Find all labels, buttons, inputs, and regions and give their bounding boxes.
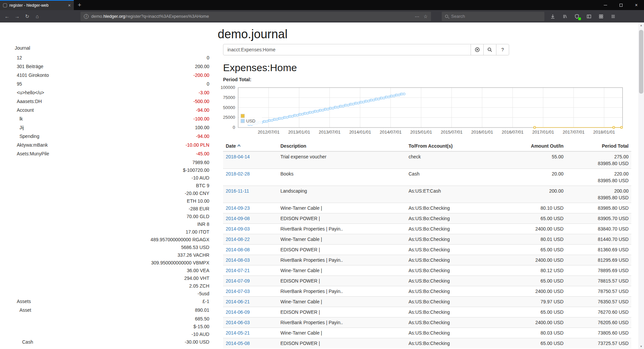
sidebar-account-row[interactable]: -117.00 xyxy=(15,346,209,349)
account-name[interactable]: Asset xyxy=(15,306,195,314)
window-close-button[interactable]: × xyxy=(629,0,644,10)
url-bar[interactable]: i demo.hledger.org/register?q=inacct%3AE… xyxy=(80,12,431,21)
transaction-date-link[interactable]: 2014-09-23 xyxy=(226,205,250,211)
transaction-date-link[interactable]: 2014-06-03 xyxy=(226,320,250,325)
bookmark-star-icon[interactable]: ☆ xyxy=(423,14,428,19)
page-actions-icon[interactable]: ⋯ xyxy=(415,14,419,19)
submit-search-button[interactable] xyxy=(483,44,496,55)
sidebar-account-row[interactable]: Assets 7989.60$-100720.00-10 AUDBTC 9-20… xyxy=(15,158,209,306)
account-balance: -3.00 xyxy=(199,89,209,97)
scroll-up-icon[interactable]: ▲ xyxy=(638,22,644,28)
sidebar-account-row[interactable]: Asset 890.01 xyxy=(15,306,209,314)
page-scrollbar[interactable]: ▲ ▼ xyxy=(638,22,644,349)
transaction-date-link[interactable]: 2014-09-08 xyxy=(226,216,250,221)
account-name[interactable]: Cash xyxy=(15,338,185,346)
sidebar-account-row[interactable]: Jij 100.00 xyxy=(15,123,209,132)
window-maximize-button[interactable] xyxy=(613,0,629,10)
sidebar-account-row[interactable]: 12 0 xyxy=(15,53,209,62)
sidebar-account-row[interactable]: Aaasets:DH -500.00 xyxy=(15,97,209,106)
window-minimize-button[interactable] xyxy=(598,0,613,10)
forward-button[interactable]: → xyxy=(12,12,22,21)
sidebar-account-row[interactable]: 95 0 xyxy=(15,80,209,88)
account-name[interactable]: Assets xyxy=(15,298,151,305)
sidebar-account-row[interactable]: <u>hello</u> -3.00 xyxy=(15,88,209,97)
transaction-description: EDISON POWER | xyxy=(278,213,406,224)
sidebar-account-row[interactable]: Account -94.00 xyxy=(15,106,209,114)
transaction-date-link[interactable]: 2018-04-14 xyxy=(226,154,250,159)
account-name[interactable]: 12 xyxy=(15,54,207,62)
account-name[interactable]: Account xyxy=(15,106,196,114)
sidebar-account-row[interactable]: Cash 685.50$-15.00-10 AUD-30.00 USD xyxy=(15,314,209,346)
col-period-total[interactable]: Period Total xyxy=(566,141,631,151)
svg-text:100000: 100000 xyxy=(221,86,235,90)
table-header-row: Date Description To/From Account(s) Amou… xyxy=(223,141,631,151)
account-name[interactable]: Aaasets:DH xyxy=(15,98,194,105)
browser-tab[interactable]: register - hledger-web × xyxy=(0,0,74,10)
clear-query-button[interactable] xyxy=(471,44,484,55)
sidebar-journal-link[interactable]: Journal xyxy=(15,45,209,51)
account-name[interactable]: lk xyxy=(15,115,194,123)
reload-button[interactable]: ↻ xyxy=(22,12,32,21)
scroll-down-icon[interactable]: ▼ xyxy=(638,344,644,349)
menu-button[interactable] xyxy=(608,12,618,21)
transaction-amount: 80.10 USD xyxy=(490,203,566,213)
account-balance: 100.00 xyxy=(195,124,209,132)
transaction-account: As:US:Bo:Checking xyxy=(406,255,490,265)
transaction-description: Wine-Tarner Cable | xyxy=(278,234,406,245)
account-name[interactable]: 4101 Girokonto xyxy=(15,71,194,79)
account-name[interactable]: Asets:MunyPile xyxy=(15,150,196,158)
account-name[interactable]: Jij xyxy=(15,124,195,132)
scrollbar-thumb[interactable] xyxy=(639,30,643,94)
transaction-date-link[interactable]: 2014-06-09 xyxy=(226,309,250,315)
browser-search-bar[interactable]: Search xyxy=(442,12,544,21)
download-icon xyxy=(550,14,555,19)
col-description[interactable]: Description xyxy=(278,141,406,151)
tab-close-icon[interactable]: × xyxy=(68,3,71,8)
col-date[interactable]: Date xyxy=(223,141,278,151)
sidebar-account-row[interactable]: 301 Beiträge 200.00 xyxy=(15,62,209,71)
new-tab-button[interactable]: + xyxy=(74,0,85,10)
transaction-date-link[interactable]: 2016-11-11 xyxy=(226,188,249,194)
account-name[interactable]: Aktywa:mBank xyxy=(15,141,185,149)
url-text: demo.hledger.org/register?q=inacct%3AExp… xyxy=(91,14,411,19)
transaction-date-link[interactable]: 2014-08-22 xyxy=(226,237,250,242)
register-row: 2014-05-08 EDISON POWER | As:US:Bo:Check… xyxy=(223,338,631,349)
query-input[interactable] xyxy=(223,44,471,55)
col-amount[interactable]: Amount Out/In xyxy=(490,141,566,151)
tab-title: register - hledger-web xyxy=(9,3,66,8)
apps-button[interactable] xyxy=(596,12,606,21)
account-name[interactable]: 95 xyxy=(15,80,207,88)
sidebar-account-row[interactable]: lk -100.00 xyxy=(15,114,209,123)
transaction-date-link[interactable]: 2014-07-21 xyxy=(226,268,250,273)
back-button[interactable]: ← xyxy=(2,12,12,21)
account-name[interactable]: 301 Beiträge xyxy=(15,63,195,70)
transaction-date-link[interactable]: 2014-05-21 xyxy=(226,330,250,336)
transaction-date-link[interactable]: 2014-08-03 xyxy=(226,257,250,263)
site-info-icon[interactable]: i xyxy=(84,14,89,19)
help-button[interactable]: ? xyxy=(496,44,509,55)
extension-button[interactable] xyxy=(572,12,582,21)
home-button[interactable]: ⌂ xyxy=(32,12,42,21)
transaction-description: RiverBank Properties | Payin.. xyxy=(278,255,406,265)
transaction-date-link[interactable]: 2014-09-03 xyxy=(226,226,250,232)
transaction-date-cell: 2014-07-09 xyxy=(223,276,278,286)
download-button[interactable] xyxy=(548,12,558,21)
transaction-date-link[interactable]: 2014-08-08 xyxy=(226,247,250,252)
svg-text:2012/07/01: 2012/07/01 xyxy=(258,130,279,135)
account-name[interactable]: <u>hello</u> xyxy=(15,89,199,97)
transaction-date-link[interactable]: 2014-07-09 xyxy=(226,278,250,284)
transaction-date-link[interactable]: 2014-05-08 xyxy=(226,341,250,346)
transaction-date-link[interactable]: 2014-07-03 xyxy=(226,289,250,294)
sidebar-account-row[interactable]: Asets:MunyPile -45.00 xyxy=(15,149,209,158)
transaction-date-link[interactable]: 2014-06-21 xyxy=(226,299,250,304)
transaction-date-link[interactable]: 2018-02-28 xyxy=(226,171,250,177)
transaction-date-cell: 2014-09-08 xyxy=(223,213,278,224)
sidebar-account-row[interactable]: Aktywa:mBank -10.00 PLN xyxy=(15,141,209,149)
transaction-period-total: 83905.70 USD xyxy=(566,213,631,224)
sidebar-account-row[interactable]: 4101 Girokonto -200.00 xyxy=(15,71,209,80)
col-accounts[interactable]: To/From Account(s) xyxy=(406,141,490,151)
sidebar-toggle-button[interactable] xyxy=(584,12,594,21)
sidebar-account-row[interactable]: Spending -94.00 xyxy=(15,132,209,141)
library-button[interactable] xyxy=(560,12,570,21)
account-name[interactable]: Spending xyxy=(15,133,196,140)
